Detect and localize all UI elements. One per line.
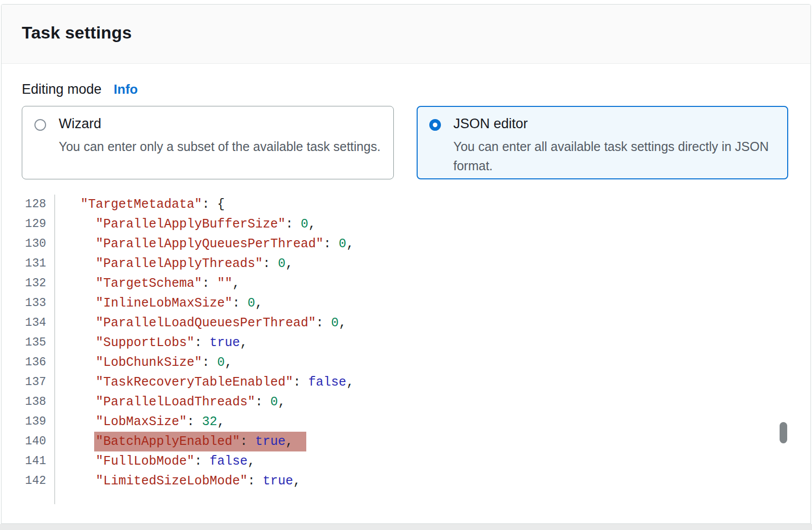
line-number[interactable]: 134: [22, 313, 55, 333]
code-line[interactable]: 136 "LobChunkSize": 0,: [22, 353, 788, 372]
code-text[interactable]: "LimitedSizeLobMode": true,: [55, 471, 301, 491]
line-number[interactable]: 133: [22, 293, 55, 313]
tile-wizard[interactable]: Wizard You can enter only a subset of th…: [22, 106, 394, 179]
code-text[interactable]: "ParallelApplyBufferSize": 0,: [55, 214, 316, 234]
line-number[interactable]: 132: [22, 274, 55, 293]
code-text[interactable]: "ParallelApplyQueuesPerThread": 0,: [55, 234, 354, 254]
info-link[interactable]: Info: [114, 82, 138, 97]
json-editor-radio-icon[interactable]: [429, 119, 441, 131]
code-text[interactable]: "LobMaxSize": 32,: [55, 412, 225, 432]
editing-mode-field: Editing mode Info: [22, 82, 788, 97]
editing-mode-label: Editing mode: [22, 82, 102, 97]
line-number[interactable]: 136: [22, 353, 55, 372]
code-text[interactable]: "BatchApplyEnabled": true,: [55, 432, 306, 451]
json-code-editor[interactable]: 128 "TargetMetadata": { 129 "ParallelApp…: [22, 195, 788, 504]
code-text[interactable]: "FullLobMode": false,: [55, 451, 255, 471]
tile-json-editor[interactable]: JSON editor You can enter all available …: [417, 106, 789, 179]
tile-description: You can enter only a subset of the avail…: [59, 137, 381, 156]
line-number[interactable]: 131: [22, 254, 55, 274]
code-line[interactable]: 129 "ParallelApplyBufferSize": 0,: [22, 214, 788, 234]
code-text[interactable]: "InlineLobMaxSize": 0,: [55, 293, 263, 313]
code-line-spacer: [22, 491, 788, 504]
line-number[interactable]: 137: [22, 372, 55, 392]
code-line[interactable]: 140 "BatchApplyEnabled": true,: [22, 432, 788, 451]
page: Task settings Editing mode Info Wizard Y…: [0, 4, 812, 530]
tile-title: Wizard: [59, 116, 381, 132]
tile-json-editor-content: JSON editor You can enter all available …: [454, 116, 778, 178]
code-line[interactable]: 133 "InlineLobMaxSize": 0,: [22, 293, 788, 313]
tile-wizard-content: Wizard You can enter only a subset of th…: [59, 116, 381, 179]
code-line[interactable]: 142 "LimitedSizeLobMode": true,: [22, 471, 788, 491]
line-number[interactable]: 139: [22, 412, 55, 432]
container-body: Editing mode Info Wizard You can enter o…: [2, 64, 810, 504]
code-text[interactable]: "LobChunkSize": 0,: [55, 353, 232, 372]
editor-scrollbar-thumb[interactable]: [780, 422, 787, 443]
code-line[interactable]: 132 "TargetSchema": "",: [22, 274, 788, 293]
code-text[interactable]: "TaskRecoveryTableEnabled": false,: [55, 372, 354, 392]
code-line[interactable]: 131 "ParallelApplyThreads": 0,: [22, 254, 788, 274]
line-number[interactable]: 129: [22, 214, 55, 234]
code-text[interactable]: "TargetSchema": "",: [55, 274, 240, 293]
code-text[interactable]: "SupportLobs": true,: [55, 333, 248, 353]
line-number[interactable]: 130: [22, 234, 55, 254]
code-text[interactable]: "ParallelLoadThreads": 0,: [55, 392, 286, 412]
line-number[interactable]: 142: [22, 471, 55, 491]
code-line[interactable]: 134 "ParallelLoadQueuesPerThread": 0,: [22, 313, 788, 333]
editing-mode-tiles: Wizard You can enter only a subset of th…: [22, 106, 788, 179]
container-header: Task settings: [2, 5, 810, 64]
line-number[interactable]: 135: [22, 333, 55, 353]
line-number[interactable]: 140: [22, 432, 55, 451]
line-number[interactable]: 141: [22, 451, 55, 471]
wizard-radio-icon[interactable]: [34, 119, 46, 131]
code-line[interactable]: 130 "ParallelApplyQueuesPerThread": 0,: [22, 234, 788, 254]
page-title: Task settings: [22, 23, 790, 43]
code-text[interactable]: "ParallelLoadQueuesPerThread": 0,: [55, 313, 346, 333]
code-line[interactable]: 128 "TargetMetadata": {: [22, 195, 788, 214]
code-line[interactable]: 137 "TaskRecoveryTableEnabled": false,: [22, 372, 788, 392]
line-number[interactable]: 138: [22, 392, 55, 412]
code-line[interactable]: 135 "SupportLobs": true,: [22, 333, 788, 353]
task-settings-container: Task settings Editing mode Info Wizard Y…: [1, 4, 811, 524]
code-line[interactable]: 139 "LobMaxSize": 32,: [22, 412, 788, 432]
code-line[interactable]: 138 "ParallelLoadThreads": 0,: [22, 392, 788, 412]
line-number[interactable]: 128: [22, 195, 55, 214]
line-number-gutter: [22, 491, 55, 504]
tile-title: JSON editor: [454, 116, 778, 132]
tile-description: You can enter all available task setting…: [454, 137, 778, 175]
code-text[interactable]: "ParallelApplyThreads": 0,: [55, 254, 293, 274]
bottom-strip: [0, 524, 812, 530]
code-line[interactable]: 141 "FullLobMode": false,: [22, 451, 788, 471]
code-text[interactable]: "TargetMetadata": {: [55, 195, 225, 214]
